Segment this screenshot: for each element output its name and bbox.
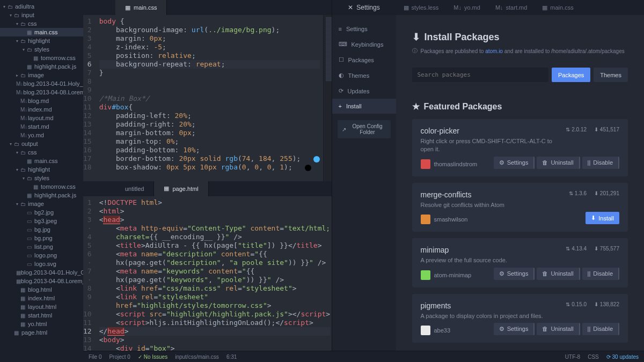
file-item[interactable]: ▦page.html	[0, 328, 83, 337]
minimap[interactable]	[323, 15, 332, 181]
chevron-down-icon: ▾	[10, 142, 14, 146]
file-icon: ▦	[16, 270, 21, 276]
uninstall-button[interactable]: 🗑 Uninstall	[537, 323, 580, 335]
tree-label: layout.md	[28, 115, 54, 121]
tab-main-css[interactable]: ▦ main.css	[115, 0, 167, 15]
settings-nav-keybindings[interactable]: ⌨Keybindings	[332, 36, 396, 52]
settings-button[interactable]: ⚙ Settings	[494, 323, 535, 335]
folder-icon: 🗀	[27, 47, 34, 53]
status-project[interactable]: Project 0	[109, 354, 130, 360]
file-item[interactable]: ▦blog.2013-04-08.Lorem_I...	[0, 277, 83, 285]
status-issues[interactable]: ✓ No Issues	[138, 354, 167, 360]
file-item[interactable]: ▭bg3.jpeg	[0, 217, 83, 225]
settings-nav-install[interactable]: +Install	[332, 99, 396, 114]
folder-item[interactable]: ▾🗀styles	[0, 174, 83, 182]
themes-filter-button[interactable]: Themes	[594, 68, 628, 82]
tab-start-md[interactable]: M↓start.md	[488, 0, 535, 15]
disable-button[interactable]: || Disable	[582, 157, 619, 169]
downloads-badge: ⬇ 451,517	[594, 127, 619, 132]
button-label: Open Config Folder	[349, 123, 386, 135]
file-item[interactable]: ▦start.html	[0, 311, 83, 320]
package-card-minimap: ⇅ 4.13.4⬇ 755,577minimapA preview of the…	[412, 238, 628, 287]
search-input[interactable]	[412, 68, 548, 82]
tab-main-css[interactable]: ▦main.css	[535, 0, 581, 15]
file-tree[interactable]: ▾🗀adiultra▾🗀input▾🗀css▦main.css▾🗀highlig…	[0, 0, 83, 362]
file-item[interactable]: ▦tomorrow.css	[0, 54, 83, 62]
folder-item[interactable]: ▾🗀input	[0, 11, 83, 19]
uninstall-button[interactable]: 🗑 Uninstall	[537, 157, 580, 169]
folder-item[interactable]: ▾🗀image	[0, 200, 83, 208]
folder-item[interactable]: ▸🗀image	[0, 71, 83, 79]
action-icon: ⚙	[499, 326, 504, 333]
file-item[interactable]: M↓blog.2013-04-08.Lorem_I...	[0, 88, 83, 97]
status-language[interactable]: CSS	[588, 354, 599, 360]
file-item[interactable]: ▦highlight.pack.js	[0, 191, 83, 200]
folder-icon: 🗀	[20, 72, 28, 78]
chevron-down-icon: ▾	[23, 176, 27, 181]
code-editor-1[interactable]: body { background-image: url(../image/bg…	[96, 15, 323, 181]
code-editor-2[interactable]: <!DOCTYPE html><html><head> <meta http-e…	[96, 196, 332, 363]
file-item[interactable]: ▦layout.html	[0, 302, 83, 311]
tab-untitled[interactable]: untitled	[115, 181, 154, 196]
status-cursor[interactable]: 6:31	[226, 354, 237, 360]
folder-item[interactable]: ▾🗀highlight	[0, 165, 83, 174]
file-item[interactable]: ▦tomorrow.css	[0, 182, 83, 191]
file-item[interactable]: ▦main.css	[0, 157, 83, 165]
tab-label: main.css	[550, 4, 573, 11]
file-icon: M↓	[453, 4, 462, 11]
file-item[interactable]: ▦highlight.pack.js	[0, 62, 83, 71]
file-item[interactable]: ▦yo.html	[0, 320, 83, 328]
install-button[interactable]: ⬇ Install	[586, 212, 619, 224]
folder-item[interactable]: ▾🗀highlight	[0, 36, 83, 45]
nav-label: Updates	[348, 88, 370, 94]
settings-button[interactable]: ⚙ Settings	[494, 157, 535, 169]
file-item[interactable]: M↓index.md	[0, 105, 83, 114]
tab-yo-md[interactable]: M↓yo.md	[446, 0, 488, 15]
settings-button[interactable]: ⚙ Settings	[494, 268, 535, 280]
open-config-button[interactable]: ↗ Open Config Folder	[338, 120, 391, 138]
uninstall-button[interactable]: 🗑 Uninstall	[537, 268, 580, 280]
file-item[interactable]: ▭logo.svg	[0, 260, 83, 268]
file-item[interactable]: ▭bg.jpg	[0, 225, 83, 234]
settings-nav-settings[interactable]: ≡Settings	[332, 21, 396, 36]
file-item[interactable]: M↓layout.md	[0, 114, 83, 122]
packages-filter-button[interactable]: Packages	[552, 68, 590, 82]
avatar	[421, 215, 430, 224]
css-icon: ▦	[125, 4, 130, 11]
html-icon: ▦	[164, 185, 169, 192]
file-item[interactable]: ▦main.css	[0, 28, 83, 36]
file-item[interactable]: ▭logo.png	[0, 251, 83, 260]
folder-item[interactable]: ▾🗀adiultra	[0, 2, 83, 11]
file-item[interactable]: ▭list.png	[0, 242, 83, 251]
folder-item[interactable]: ▾🗀output	[0, 139, 83, 148]
tab-page-html[interactable]: ▦ page.html	[154, 181, 208, 196]
folder-item[interactable]: ▾🗀css	[0, 19, 83, 28]
disable-button[interactable]: || Disable	[582, 268, 619, 280]
file-item[interactable]: ▦blog.html	[0, 285, 83, 294]
folder-icon: 🗀	[14, 12, 21, 18]
status-file[interactable]: File 0	[89, 354, 101, 360]
settings-nav-themes[interactable]: ◐Themes	[332, 68, 396, 83]
file-item[interactable]: M↓start.md	[0, 122, 83, 131]
status-updates[interactable]: ⟳ 30 updates	[606, 354, 639, 360]
folder-item[interactable]: ▾🗀css	[0, 148, 83, 157]
file-item[interactable]: M↓blog.md	[0, 97, 83, 105]
action-icon: 🗑	[542, 159, 548, 166]
tab-styles-less[interactable]: ▦styles.less	[396, 0, 447, 15]
tab-settings[interactable]: ✕ Settings	[332, 0, 396, 15]
file-item[interactable]: ▦index.html	[0, 294, 83, 302]
file-item[interactable]: ▦blog.2013-04-01.Holy_Gr...	[0, 268, 83, 277]
file-item[interactable]: M↓yo.md	[0, 131, 83, 139]
atom-io-link[interactable]: atom.io	[485, 48, 503, 54]
folder-item[interactable]: ▾🗀styles	[0, 45, 83, 54]
file-item[interactable]: M↓blog.2013-04-01.Holy_Gr...	[0, 79, 83, 88]
package-card-merge-conflicts: ⇅ 1.3.6⬇ 201,291merge-conflictsResolve g…	[412, 183, 628, 232]
status-encoding[interactable]: UTF-8	[565, 354, 580, 360]
disable-button[interactable]: || Disable	[582, 323, 619, 335]
tab-label: Settings	[356, 4, 379, 11]
file-item[interactable]: ▭bg2.jpg	[0, 208, 83, 217]
settings-nav-packages[interactable]: ☐Packages	[332, 52, 396, 68]
file-item[interactable]: ▭bg.png	[0, 234, 83, 242]
file-icon: ▦	[20, 287, 28, 293]
settings-nav-updates[interactable]: ⟳Updates	[332, 83, 396, 99]
